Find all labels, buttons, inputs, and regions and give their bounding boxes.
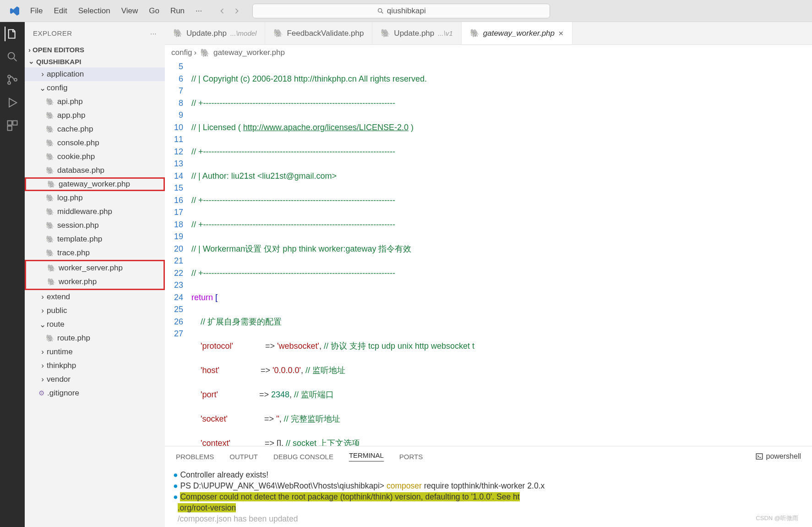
menu-bar: File Edit Selection View Go Run ··· [26,5,207,17]
terminal-output[interactable]: ● Controller already exists! ● PS D:\UPU… [165,467,812,527]
svg-point-1 [8,53,15,59]
project-section[interactable]: ⌄ QIUSHIBKAPI [25,55,165,67]
menu-more[interactable]: ··· [191,5,207,17]
panel-output[interactable]: OUTPUT [229,453,258,461]
folder-extend[interactable]: ›extend [25,290,165,304]
watermark: CSDN @听微雨 [756,514,798,522]
file-console[interactable]: 🐘console.php [25,136,165,150]
panel-terminal[interactable]: TERMINAL [349,451,384,461]
svg-point-0 [378,8,381,12]
breadcrumb[interactable]: config › 🐘gateway_worker.php [165,45,812,60]
file-api[interactable]: 🐘api.php [25,95,165,109]
code-body[interactable]: // | Copyright (c) 2006-2018 http://thin… [191,60,812,446]
nav-arrows [218,6,241,16]
folder-thinkphp[interactable]: ›thinkphp [25,359,165,373]
open-editors-label: OPEN EDITORS [33,46,84,54]
activity-extensions[interactable] [5,118,20,133]
title-bar: File Edit Selection View Go Run ··· qius… [0,0,812,22]
vscode-icon [9,5,20,16]
tab-update-v1[interactable]: 🐘Update.php...\v1 [372,22,461,44]
chevron-down-icon: ⌄ [28,57,34,66]
svg-point-2 [8,75,11,78]
activity-explorer[interactable] [5,27,19,41]
file-cookie[interactable]: 🐘cookie.php [25,150,165,164]
close-icon[interactable]: ✕ [558,30,564,37]
menu-edit[interactable]: Edit [49,5,71,17]
folder-application[interactable]: ›application [25,67,165,81]
line-numbers: 56789 1011121314 1516171819 2021222324 2… [165,60,191,446]
terminal-shell[interactable]: powershell [755,452,801,461]
file-trace[interactable]: 🐘trace.php [25,246,165,260]
file-session[interactable]: 🐘session.php [25,219,165,232]
panel-problems[interactable]: PROBLEMS [176,453,214,461]
folder-vendor[interactable]: ›vendor [25,373,165,386]
terminal-icon [755,452,763,461]
editor-tabs: 🐘Update.php...\model 🐘FeedbackValidate.p… [165,22,812,45]
code-editor[interactable]: 56789 1011121314 1516171819 2021222324 2… [165,60,812,446]
svg-rect-8 [756,454,763,459]
panel-ports[interactable]: PORTS [399,453,423,461]
file-gitignore[interactable]: ⚙.gitignore [25,386,165,400]
file-tree: ›application ⌄config 🐘api.php 🐘app.php 🐘… [25,67,165,527]
menu-go[interactable]: Go [144,5,164,17]
menu-file[interactable]: File [26,5,47,17]
editor-area: 🐘Update.php...\model 🐘FeedbackValidate.p… [165,22,812,527]
activity-bar [0,22,25,527]
tab-feedbackvalidate[interactable]: 🐘FeedbackValidate.php [265,22,372,44]
file-template[interactable]: 🐘template.php [25,232,165,246]
file-middleware[interactable]: 🐘middleware.php [25,205,165,219]
breadcrumb-config[interactable]: config [171,48,192,57]
menu-selection[interactable]: Selection [74,5,115,17]
nav-forward-icon[interactable] [232,6,241,16]
sidebar-title: EXPLORER [33,29,72,37]
folder-route[interactable]: ⌄route [25,318,165,331]
activity-debug[interactable] [5,95,20,110]
open-editors-section[interactable]: › OPEN EDITORS [25,44,165,55]
file-database[interactable]: 🐘database.php [25,164,165,177]
panel-debug[interactable]: DEBUG CONSOLE [273,453,333,461]
file-route[interactable]: 🐘route.php [25,331,165,345]
svg-rect-7 [8,126,12,130]
breadcrumb-file[interactable]: gateway_worker.php [213,48,285,57]
panel-tabs: PROBLEMS OUTPUT DEBUG CONSOLE TERMINAL P… [165,446,812,467]
file-worker-server[interactable]: 🐘worker_server.php [26,261,163,275]
file-log[interactable]: 🐘log.php [25,191,165,205]
folder-runtime[interactable]: ›runtime [25,345,165,359]
sidebar-header: EXPLORER ··· [25,22,165,44]
svg-rect-6 [13,121,17,125]
folder-public[interactable]: ›public [25,304,165,318]
sidebar-more-icon[interactable]: ··· [150,29,157,37]
svg-point-3 [8,82,11,84]
tab-gateway-worker[interactable]: 🐘gateway_worker.php✕ [462,22,572,44]
file-cache[interactable]: 🐘cache.php [25,122,165,136]
folder-config[interactable]: ⌄config [25,81,165,95]
file-app[interactable]: 🐘app.php [25,109,165,122]
activity-search[interactable] [5,49,20,64]
activity-scm[interactable] [5,72,20,87]
chevron-right-icon: › [28,46,31,54]
command-center[interactable]: qiushibkapi [252,4,550,18]
file-worker[interactable]: 🐘worker.php [26,275,163,289]
svg-rect-5 [8,121,12,125]
tab-update-model[interactable]: 🐘Update.php...\model [165,22,265,44]
bottom-panel: PROBLEMS OUTPUT DEBUG CONSOLE TERMINAL P… [165,446,812,527]
search-text: qiushibkapi [387,6,426,16]
menu-run[interactable]: Run [166,5,189,17]
menu-view[interactable]: View [117,5,143,17]
sidebar: EXPLORER ··· › OPEN EDITORS ⌄ QIUSHIBKAP… [25,22,165,527]
svg-point-4 [14,78,17,81]
search-icon [377,7,384,15]
file-gateway-worker[interactable]: 🐘gateway_worker.php [25,177,165,191]
project-label: QIUSHIBKAPI [36,58,81,66]
nav-back-icon[interactable] [218,6,227,16]
